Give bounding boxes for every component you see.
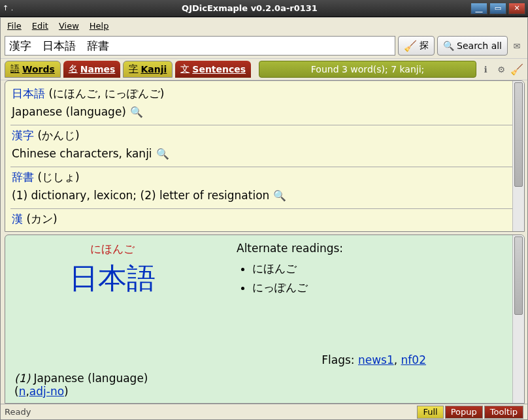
- list-item[interactable]: 漢 (カン): [10, 209, 519, 232]
- menu-file[interactable]: File: [7, 21, 22, 31]
- clear-search-button[interactable]: 🧹探: [398, 36, 435, 56]
- view-tooltip-button[interactable]: Tooltip: [484, 406, 523, 419]
- menu-view[interactable]: View: [59, 21, 79, 31]
- view-full-button[interactable]: Full: [417, 406, 443, 419]
- close-button[interactable]: ✕: [508, 3, 525, 14]
- detail-pos: (n,adj-no): [14, 385, 504, 398]
- tab-kanji[interactable]: 字Kanji: [123, 61, 173, 78]
- detail-pane: にほんご 日本語 Alternate readings: にほんご にっぽんご …: [5, 234, 525, 404]
- search-row: 🧹探 🔍Search all ✉: [1, 33, 527, 58]
- pos-link[interactable]: n: [19, 385, 26, 398]
- magnify-icon[interactable]: 🔍: [156, 148, 169, 160]
- detail-word: 日本語: [14, 259, 210, 298]
- info-icon[interactable]: ℹ: [479, 63, 492, 76]
- alt-reading-item: にっぽんご: [252, 280, 515, 295]
- status-ready: Ready: [5, 407, 416, 417]
- tab-words[interactable]: 語Words: [5, 61, 61, 78]
- magnify-icon[interactable]: 🔍: [273, 189, 286, 202]
- results-list: 日本語 (にほんご, にっぽんご) Japanese (language)🔍 漢…: [5, 80, 525, 232]
- magnify-icon[interactable]: 🔍: [130, 106, 143, 118]
- search-input[interactable]: [5, 36, 395, 56]
- list-item[interactable]: 日本語 (にほんご, にっぽんご) Japanese (language)🔍: [10, 84, 519, 125]
- detail-reading: にほんご: [14, 242, 210, 257]
- minimize-button[interactable]: __: [470, 3, 487, 14]
- title-left: ↑ .: [3, 4, 29, 12]
- flag-link[interactable]: nf02: [401, 353, 426, 366]
- pos-link[interactable]: adj-no: [29, 385, 64, 398]
- menu-edit[interactable]: Edit: [32, 21, 48, 31]
- statusbar: Ready Full Popup Tooltip: [1, 404, 527, 419]
- tabs-row: 語Words 名Names 字Kanji 文Sentences Found 3 …: [1, 58, 527, 80]
- search-globe-icon: 🔍: [443, 40, 454, 51]
- menubar: File Edit View Help: [1, 18, 527, 33]
- menu-help[interactable]: Help: [90, 21, 109, 31]
- window-title: QJDicExmaple v0.2.0a-r0131: [29, 3, 470, 13]
- flags-row: Flags: news1, nf02: [14, 353, 426, 366]
- mail-icon[interactable]: ✉: [510, 39, 523, 52]
- list-item[interactable]: 漢字 (かんじ) Chinese characters, kanji🔍: [10, 125, 519, 167]
- found-status: Found 3 word(s); 7 kanji;: [259, 61, 476, 78]
- broom-icon: 🧹: [404, 40, 417, 52]
- tab-sentences[interactable]: 文Sentences: [175, 61, 251, 78]
- detail-scrollbar[interactable]: [512, 235, 524, 403]
- detail-definition: (1) Japanese (language): [14, 372, 504, 385]
- alt-readings-label: Alternate readings:: [237, 242, 515, 255]
- results-scrollbar[interactable]: [512, 81, 524, 231]
- clear-icon[interactable]: 🧹: [510, 63, 523, 76]
- alt-reading-item: にほんご: [252, 261, 515, 276]
- gear-icon[interactable]: ⚙: [495, 63, 508, 76]
- titlebar: ↑ . QJDicExmaple v0.2.0a-r0131 __ ▭ ✕: [0, 0, 528, 17]
- view-popup-button[interactable]: Popup: [445, 406, 483, 419]
- list-item[interactable]: 辞書 (じしょ) (1) dictionary, lexicon; (2) le…: [10, 167, 519, 209]
- search-all-button[interactable]: 🔍Search all: [437, 36, 508, 56]
- flag-link[interactable]: news1: [358, 353, 394, 366]
- tab-names[interactable]: 名Names: [63, 61, 121, 78]
- alt-readings-list: にほんご にっぽんご: [252, 261, 515, 295]
- maximize-button[interactable]: ▭: [489, 3, 506, 14]
